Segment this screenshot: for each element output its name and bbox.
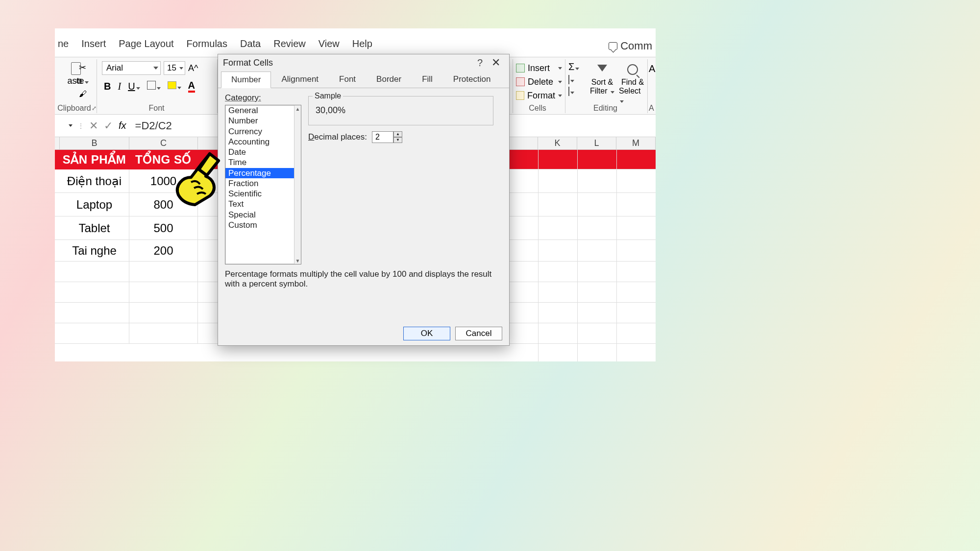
category-item-special[interactable]: Special — [225, 210, 301, 220]
dialog-tab-border[interactable]: Border — [366, 71, 412, 88]
tab-review[interactable]: Review — [273, 38, 306, 49]
name-box-dropdown[interactable] — [55, 124, 75, 127]
category-item-percentage[interactable]: Percentage — [225, 168, 301, 178]
dialog-tab-alignment[interactable]: Alignment — [271, 71, 329, 88]
format-cells-button[interactable]: Format — [516, 89, 562, 102]
row-handle[interactable] — [55, 193, 60, 216]
cell-product[interactable]: Tablet — [60, 216, 129, 240]
dialog-help-button[interactable]: ? — [472, 57, 488, 69]
italic-button[interactable]: I — [118, 81, 121, 92]
col-header-M[interactable]: M — [616, 137, 656, 149]
tab-help[interactable]: Help — [352, 38, 372, 49]
row-handle[interactable] — [55, 282, 60, 303]
fill-button[interactable] — [568, 75, 586, 84]
cell-product[interactable]: Tai nghe — [60, 240, 129, 262]
tab-home[interactable]: ne — [58, 38, 69, 49]
scroll-up-icon[interactable]: ▲ — [294, 105, 301, 112]
cell-total[interactable]: 1000 — [129, 169, 198, 193]
cancel-button[interactable]: Cancel — [455, 327, 502, 340]
delete-cells-button[interactable]: Delete — [516, 75, 562, 89]
empty-cell[interactable] — [60, 303, 129, 323]
category-item-date[interactable]: Date — [225, 147, 301, 157]
insert-cells-button[interactable]: Insert — [516, 61, 562, 75]
row-handle[interactable] — [55, 150, 60, 169]
copy-button[interactable]: ⧉ — [76, 77, 89, 86]
tab-insert[interactable]: Insert — [81, 38, 106, 49]
borders-button[interactable] — [147, 81, 161, 92]
col-header-L[interactable]: L — [577, 137, 616, 149]
category-item-time[interactable]: Time — [225, 157, 301, 168]
col-header-K[interactable]: K — [538, 137, 577, 149]
col-M-cells[interactable] — [616, 150, 656, 361]
category-item-currency[interactable]: Currency — [225, 126, 301, 137]
cell-total[interactable]: 800 — [129, 193, 198, 216]
col-header-C[interactable]: C — [129, 137, 198, 149]
dialog-close-button[interactable]: ✕ — [488, 56, 504, 69]
row-handle[interactable] — [55, 303, 60, 323]
spinner-up-icon[interactable]: ▲ — [393, 131, 402, 137]
insert-function-button[interactable]: fx — [116, 120, 129, 131]
select-all-corner[interactable] — [55, 137, 60, 149]
cancel-formula-button[interactable]: ✕ — [86, 120, 101, 132]
cell-product[interactable]: Laptop — [60, 193, 129, 216]
cell-total[interactable]: 200 — [129, 240, 198, 262]
header-cell-product[interactable]: SẢN PHẨM — [60, 150, 129, 169]
category-item-fraction[interactable]: Fraction — [225, 178, 301, 189]
autosum-button[interactable]: Σ — [568, 61, 586, 72]
bold-button[interactable]: B — [104, 81, 111, 92]
category-listbox[interactable]: General Number Currency Accounting Date … — [225, 105, 301, 264]
cut-button[interactable]: ✂ — [76, 62, 89, 73]
font-size-select[interactable]: 15 — [164, 61, 185, 75]
increase-font-button[interactable]: A^ — [188, 63, 198, 73]
row-handle[interactable] — [55, 262, 60, 282]
tab-view[interactable]: View — [318, 38, 340, 49]
header-cell-total[interactable]: TỔNG SỐ — [129, 150, 198, 169]
category-item-number[interactable]: Number — [225, 116, 301, 126]
spinner-down-icon[interactable]: ▼ — [393, 137, 402, 143]
decimal-spinner[interactable]: ▲ ▼ — [393, 131, 402, 143]
col-header-B[interactable]: B — [60, 137, 129, 149]
empty-cell[interactable] — [129, 303, 198, 323]
category-item-general[interactable]: General — [225, 105, 301, 116]
dialog-tab-font[interactable]: Font — [329, 71, 366, 88]
category-item-custom[interactable]: Custom — [225, 220, 301, 230]
cell-product[interactable]: Điện thoại — [60, 169, 129, 193]
paste-button[interactable]: aste — [55, 59, 97, 86]
empty-cell[interactable] — [60, 282, 129, 303]
category-item-text[interactable]: Text — [225, 199, 301, 209]
tab-formulas[interactable]: Formulas — [187, 38, 227, 49]
font-name-select[interactable]: Arial — [102, 61, 161, 75]
empty-cell[interactable] — [129, 262, 198, 282]
empty-cell[interactable] — [129, 282, 198, 303]
empty-cell[interactable] — [60, 323, 129, 344]
decimal-places-input[interactable] — [372, 131, 393, 143]
category-item-scientific[interactable]: Scientific — [225, 189, 301, 199]
row-handle[interactable] — [55, 323, 60, 344]
row-handle[interactable] — [55, 240, 60, 262]
col-K-cells[interactable] — [538, 150, 577, 361]
font-color-button[interactable]: A — [188, 80, 195, 93]
col-L-cells[interactable] — [577, 150, 616, 361]
underline-button[interactable]: U — [128, 81, 140, 92]
dialog-tab-fill[interactable]: Fill — [412, 71, 443, 88]
empty-cell[interactable] — [129, 323, 198, 344]
tab-data[interactable]: Data — [240, 38, 261, 49]
format-painter-button[interactable]: 🖌 — [76, 90, 89, 98]
dialog-tab-protection[interactable]: Protection — [443, 71, 501, 88]
empty-cell[interactable] — [60, 262, 129, 282]
fill-color-button[interactable] — [168, 81, 181, 91]
tab-page-layout[interactable]: Page Layout — [119, 38, 173, 49]
chevron-down-icon — [177, 87, 181, 89]
scroll-down-icon[interactable]: ▼ — [294, 257, 301, 264]
row-handle[interactable] — [55, 216, 60, 240]
ok-button[interactable]: OK — [403, 327, 450, 340]
comments-button[interactable]: Comm — [605, 37, 656, 55]
enter-formula-button[interactable]: ✓ — [101, 120, 116, 132]
clear-button[interactable] — [568, 87, 586, 96]
cell-total[interactable]: 500 — [129, 216, 198, 240]
dialog-titlebar[interactable]: Format Cells ? ✕ — [218, 54, 509, 71]
row-handle[interactable] — [55, 169, 60, 193]
listbox-scrollbar[interactable]: ▲ ▼ — [294, 105, 301, 264]
dialog-tab-number[interactable]: Number — [221, 72, 271, 88]
category-item-accounting[interactable]: Accounting — [225, 137, 301, 147]
